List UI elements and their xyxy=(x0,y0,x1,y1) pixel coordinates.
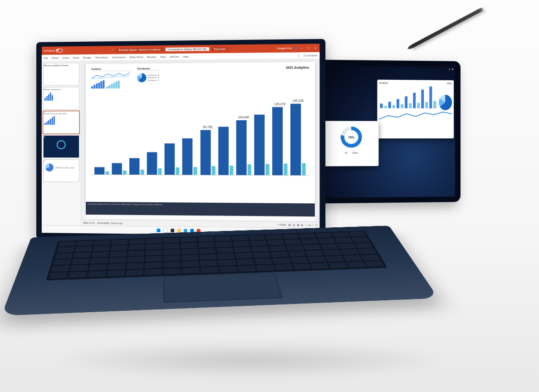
tablet-window-donut[interactable]: All Office xyxy=(324,121,379,167)
floor-shadow xyxy=(45,342,454,378)
tab-draw[interactable]: Draw xyxy=(73,56,79,59)
mini-line-chart xyxy=(91,71,132,80)
tablet-bar-chart xyxy=(380,86,436,108)
comments-button[interactable]: Comments xyxy=(304,54,318,57)
slide-thumb-2[interactable]: 2 Solution Satisfaction xyxy=(43,87,79,110)
tab-view[interactable]: View xyxy=(160,55,166,58)
main-bar-chart: 85,700104,046129,278135,229 xyxy=(91,91,309,176)
view-normal-icon[interactable]: ▦ xyxy=(289,223,291,226)
notes-button[interactable]: ≡ Notes xyxy=(278,223,286,226)
user-avatar-icon[interactable] xyxy=(294,46,297,50)
wifi-icon: ▲ xyxy=(448,68,451,72)
brand-label: SAMSUNG xyxy=(202,232,225,234)
slide-canvas[interactable]: Analytics xyxy=(86,62,315,204)
mini-bar-chart-2 xyxy=(106,80,119,88)
tablet-chart-subtitle: 2021 xyxy=(447,82,452,85)
tablet-chart-title: Analytics xyxy=(379,82,388,84)
fit-icon[interactable]: ⛶ xyxy=(315,224,318,226)
taskview-icon[interactable] xyxy=(171,229,174,232)
autosave-toggle[interactable] xyxy=(56,49,63,52)
zoom-slider[interactable]: ──●── xyxy=(305,224,314,226)
s-pen-stylus xyxy=(410,7,484,49)
laptop-device-screen: AutoSave ▫ ← Business Space - Saved to O… xyxy=(36,39,325,240)
tablet-device: ▲ ▮ Analytics 2021 xyxy=(309,59,461,203)
save-icon[interactable]: ▫ xyxy=(64,49,64,52)
view-sorter-icon[interactable]: ▤ xyxy=(293,223,295,226)
laptop-base: SAMSUNG xyxy=(1,225,438,316)
tab-help[interactable]: Help xyxy=(183,55,189,58)
mini-panel-distribution: Distribution ■ Segment A■ Segment B■ Seg… xyxy=(137,67,159,88)
slide-title: 2021 Analytics xyxy=(286,66,309,69)
back-icon[interactable]: ← xyxy=(111,49,114,51)
battery-icon: ▮ xyxy=(452,68,453,72)
laptop-display: AutoSave ▫ ← Business Space - Saved to O… xyxy=(42,44,320,235)
slide-thumb-3[interactable]: 3 Future vision of smart office xyxy=(43,111,79,134)
tab-file[interactable]: File xyxy=(44,57,48,59)
mini-pie-chart xyxy=(137,73,146,82)
tablet-pie-chart xyxy=(439,95,452,110)
accessibility-status[interactable]: Accessibility: Good to go xyxy=(97,221,122,225)
start-icon[interactable] xyxy=(157,229,160,232)
chart-caption-strip: Lorem ipsum dolor sit amet, consectetur … xyxy=(86,202,315,217)
slide-thumb-5[interactable]: 5 2020 smart office result xyxy=(43,159,79,182)
maximize-button[interactable]: □ xyxy=(306,47,311,49)
autosave-label: AutoSave xyxy=(44,49,55,52)
tab-addins[interactable]: Add-ins xyxy=(170,55,179,58)
connection-badge[interactable]: Connected to Galaxy Tab S7+ 5G xyxy=(165,47,209,51)
slide-thumb-4[interactable]: 4 xyxy=(43,135,79,158)
slide-counter: Slide 3 of 8 xyxy=(83,221,94,224)
tablet-window-chart[interactable]: Analytics 2021 xyxy=(377,80,454,139)
minimize-button[interactable]: − xyxy=(299,47,304,49)
trackpad[interactable] xyxy=(163,273,283,303)
search-icon[interactable] xyxy=(163,228,168,233)
mini-panel-analytics: Analytics xyxy=(91,67,132,88)
document-title[interactable]: Business Space - Saved to OneDrive xyxy=(116,48,163,52)
view-reading-icon[interactable]: ▣ xyxy=(297,223,299,226)
user-name[interactable]: Angela Kim xyxy=(277,47,292,50)
explorer-icon[interactable] xyxy=(177,229,181,232)
tablet-line-chart xyxy=(379,110,452,121)
slide-thumbnail-panel[interactable]: 1 Business Analytics Seminar 2 Solution … xyxy=(42,61,81,225)
donut-chart xyxy=(341,127,362,148)
donut-legend: All Office xyxy=(326,152,377,154)
tablet-screen: ▲ ▮ Analytics 2021 xyxy=(314,65,455,198)
tab-design[interactable]: Design xyxy=(83,56,92,59)
tab-transitions[interactable]: Transitions xyxy=(95,56,108,59)
editor-content: 1 Business Analytics Seminar 2 Solution … xyxy=(42,59,320,228)
close-button[interactable]: × xyxy=(313,47,318,49)
tab-animations[interactable]: Animations xyxy=(112,56,126,59)
tab-slideshow[interactable]: Slide Show xyxy=(129,56,143,59)
mini-bar-chart xyxy=(91,80,104,88)
slide-thumb-1[interactable]: 1 Business Analytics Seminar xyxy=(43,63,79,86)
tab-home[interactable]: Home xyxy=(52,57,59,59)
view-slideshow-icon[interactable]: ▶ xyxy=(301,223,303,226)
share-button[interactable]: ⇧ xyxy=(298,54,300,57)
tablet-statusbar: ▲ ▮ xyxy=(314,65,455,73)
doc-type-badge: Document xyxy=(211,47,228,51)
tab-review[interactable]: Review xyxy=(147,55,156,58)
keyboard[interactable] xyxy=(46,230,387,280)
tab-insert[interactable]: Insert xyxy=(63,56,69,59)
